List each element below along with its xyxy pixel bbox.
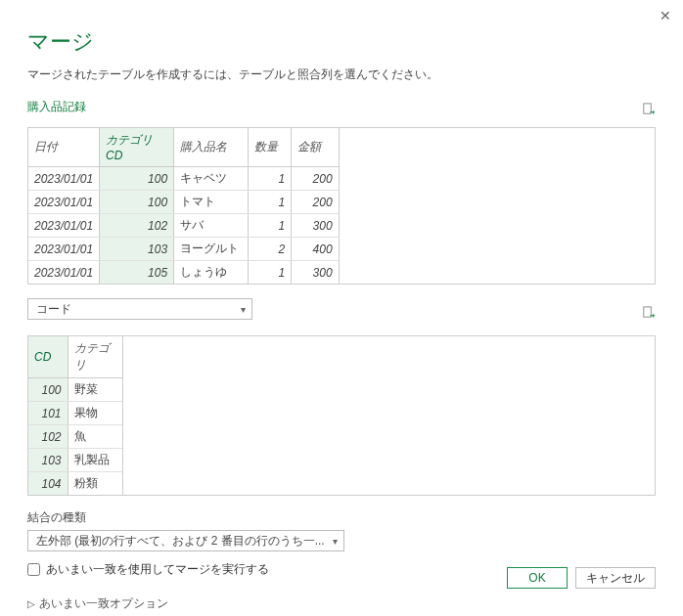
cell-date: 2023/01/01 bbox=[28, 191, 100, 214]
table-row[interactable]: 101果物 bbox=[28, 402, 122, 425]
cell-cat: 粉類 bbox=[68, 472, 122, 496]
cell-date: 2023/01/01 bbox=[28, 167, 100, 191]
cell-cat: 野菜 bbox=[68, 378, 122, 402]
join-type-value: 左外部 (最初の行すべて、および 2 番目の行のうち一... bbox=[36, 533, 325, 550]
cell-cd: 101 bbox=[28, 402, 68, 425]
cell-catcd: 100 bbox=[100, 167, 174, 191]
table-row[interactable]: 2023/01/01100トマト1200 bbox=[28, 191, 339, 214]
cell-qty: 2 bbox=[249, 238, 292, 261]
col-category[interactable]: カテゴリ bbox=[68, 336, 122, 378]
refresh-icon[interactable] bbox=[641, 305, 656, 323]
cell-amt: 300 bbox=[292, 261, 339, 285]
chevron-down-icon: ▾ bbox=[333, 536, 338, 547]
cell-amt: 200 bbox=[292, 167, 339, 191]
col-qty[interactable]: 数量 bbox=[249, 128, 292, 167]
table-row[interactable]: 100野菜 bbox=[28, 378, 122, 402]
cell-item: サバ bbox=[174, 214, 249, 238]
fuzzy-match-checkbox[interactable] bbox=[27, 563, 40, 576]
cell-date: 2023/01/01 bbox=[28, 261, 100, 285]
cell-cd: 104 bbox=[28, 472, 68, 496]
refresh-icon[interactable] bbox=[641, 102, 656, 119]
cell-qty: 1 bbox=[249, 214, 292, 238]
table-row[interactable]: 103乳製品 bbox=[28, 449, 122, 472]
table-row[interactable]: 2023/01/01105しょうゆ1300 bbox=[28, 261, 339, 285]
cell-item: ヨーグルト bbox=[174, 238, 249, 261]
cell-item: トマト bbox=[174, 191, 249, 214]
table1-preview: 日付 カテゴリCD 購入品名 数量 金額 2023/01/01100キャベツ12… bbox=[27, 127, 656, 285]
cell-item: キャベツ bbox=[174, 167, 249, 191]
cell-cd: 103 bbox=[28, 449, 68, 472]
svg-rect-0 bbox=[644, 103, 652, 112]
caret-right-icon: ▷ bbox=[27, 598, 35, 609]
cell-qty: 1 bbox=[249, 191, 292, 214]
cell-catcd: 105 bbox=[100, 261, 174, 285]
table-row[interactable]: 102魚 bbox=[28, 425, 122, 449]
table-row[interactable]: 104粉類 bbox=[28, 472, 122, 496]
table-row[interactable]: 2023/01/01102サバ1300 bbox=[28, 214, 339, 238]
cancel-button[interactable]: キャンセル bbox=[575, 567, 656, 589]
dialog-subtitle: マージされたテーブルを作成するには、テーブルと照合列を選んでください。 bbox=[27, 66, 656, 83]
cell-amt: 200 bbox=[292, 191, 339, 214]
table-row[interactable]: 2023/01/01103ヨーグルト2400 bbox=[28, 238, 339, 261]
table-row[interactable]: 2023/01/01100キャベツ1200 bbox=[28, 167, 339, 191]
cell-date: 2023/01/01 bbox=[28, 238, 100, 261]
close-icon[interactable]: ✕ bbox=[660, 8, 671, 23]
ok-button[interactable]: OK bbox=[507, 567, 568, 589]
fuzzy-options-label: あいまい一致オプション bbox=[39, 595, 168, 612]
cell-catcd: 103 bbox=[100, 238, 174, 261]
join-type-label: 結合の種類 bbox=[27, 509, 656, 526]
table1-name: 購入品記録 bbox=[27, 99, 86, 115]
col-category-cd[interactable]: カテゴリCD bbox=[100, 128, 174, 167]
cell-cat: 魚 bbox=[68, 425, 122, 449]
col-cd[interactable]: CD bbox=[28, 336, 68, 378]
table2-selector-value: コード bbox=[36, 301, 71, 318]
cell-catcd: 102 bbox=[100, 214, 174, 238]
cell-cd: 102 bbox=[28, 425, 68, 449]
svg-rect-1 bbox=[644, 307, 652, 317]
table1-header-row: 日付 カテゴリCD 購入品名 数量 金額 bbox=[28, 128, 339, 167]
cell-item: しょうゆ bbox=[174, 261, 249, 285]
cell-cd: 100 bbox=[28, 378, 68, 402]
cell-cat: 乳製品 bbox=[68, 449, 122, 472]
cell-date: 2023/01/01 bbox=[28, 214, 100, 238]
table2-preview: CD カテゴリ 100野菜101果物102魚103乳製品104粉類 bbox=[27, 335, 656, 496]
col-item[interactable]: 購入品名 bbox=[174, 128, 249, 167]
dialog-title: マージ bbox=[27, 27, 656, 57]
table2-selector[interactable]: コード ▾ bbox=[27, 298, 252, 320]
col-date[interactable]: 日付 bbox=[28, 128, 100, 167]
cell-qty: 1 bbox=[249, 261, 292, 285]
fuzzy-match-label: あいまい一致を使用してマージを実行する bbox=[46, 561, 269, 578]
cell-amt: 400 bbox=[292, 238, 339, 261]
cell-amt: 300 bbox=[292, 214, 339, 238]
cell-qty: 1 bbox=[249, 167, 292, 191]
cell-cat: 果物 bbox=[68, 402, 122, 425]
join-type-selector[interactable]: 左外部 (最初の行すべて、および 2 番目の行のうち一... ▾ bbox=[27, 530, 344, 551]
fuzzy-options-expander[interactable]: ▷ あいまい一致オプション bbox=[27, 595, 656, 612]
col-amount[interactable]: 金額 bbox=[292, 128, 339, 167]
chevron-down-icon: ▾ bbox=[241, 304, 246, 315]
cell-catcd: 100 bbox=[100, 191, 174, 214]
table2-header-row: CD カテゴリ bbox=[28, 336, 122, 378]
